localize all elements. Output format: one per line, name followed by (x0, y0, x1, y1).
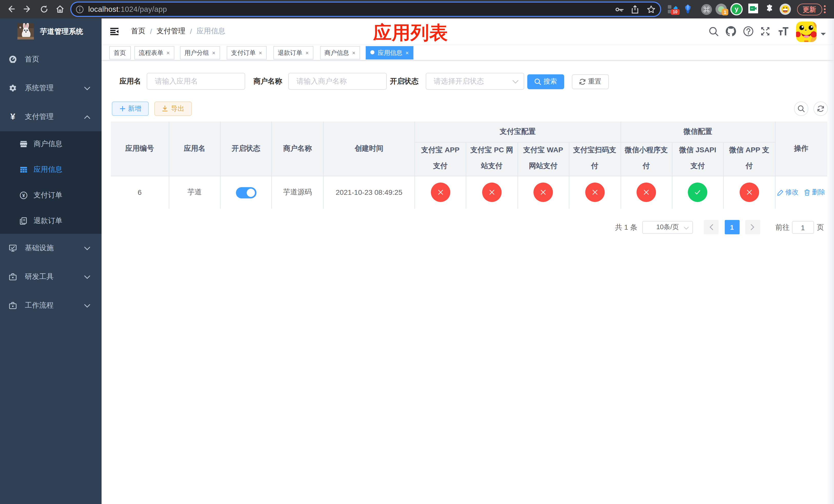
svg-text:¥: ¥ (22, 192, 25, 198)
